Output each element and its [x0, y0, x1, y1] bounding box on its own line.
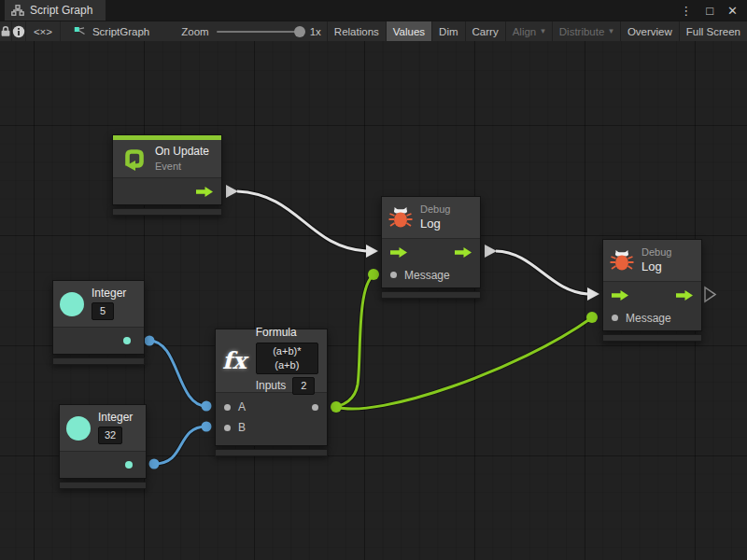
distribute-dropdown[interactable]: Distribute	[552, 21, 620, 41]
node-debug-log-1[interactable]: Debug Log	[381, 196, 481, 299]
close-icon[interactable]: ✕	[727, 5, 738, 17]
node-on-update-event[interactable]: On Update Event	[112, 134, 222, 216]
flow-input-port[interactable]	[612, 290, 628, 301]
message-input-port[interactable]	[390, 272, 397, 278]
node-integer-32[interactable]: Integer 32	[59, 404, 147, 489]
bug-icon	[388, 206, 413, 229]
inputs-count-field[interactable]: 2	[292, 377, 315, 395]
formula-input-a-port[interactable]	[224, 404, 231, 411]
integer-type-icon	[60, 292, 84, 316]
node-title: Formula	[256, 327, 318, 340]
port-label-message: Message	[626, 312, 671, 325]
connection-log1-to-log2[interactable]	[485, 245, 599, 301]
graph-hierarchy-icon	[11, 5, 24, 16]
flow-output-port[interactable]	[196, 187, 213, 197]
node-footer	[59, 482, 147, 489]
zoom-value: 1x	[310, 26, 321, 37]
integer-value-field[interactable]: 32	[98, 427, 122, 444]
connection-formula-to-log1-message[interactable]	[336, 269, 379, 407]
zoom-slider[interactable]	[217, 31, 303, 33]
flow-output-port[interactable]	[455, 247, 472, 258]
formula-output-port[interactable]	[312, 404, 318, 411]
connection-integer5-to-formula-a[interactable]	[145, 336, 212, 412]
unconnected-port-triangle	[705, 287, 715, 301]
tab-title: Script Graph	[30, 4, 92, 17]
zoom-label: Zoom	[181, 26, 208, 37]
node-title: Integer	[92, 287, 126, 301]
maximize-icon[interactable]: □	[706, 5, 713, 17]
flow-output-port[interactable]	[676, 290, 693, 301]
lock-button[interactable]	[0, 21, 12, 41]
port-label-b: B	[238, 421, 246, 434]
connection-formula-to-log2-message[interactable]	[331, 312, 598, 413]
formula-expression-field[interactable]: (a+b)*(a+b)	[256, 343, 318, 374]
toolbar-buttons: Relations Values Dim Carry Align Distrib…	[327, 21, 747, 41]
info-icon	[12, 25, 25, 38]
node-title: Integer	[98, 412, 133, 425]
formula-icon: fx	[222, 349, 248, 372]
flow-input-port[interactable]	[390, 247, 407, 258]
node-footer	[112, 208, 222, 216]
node-footer	[381, 291, 481, 299]
node-title: Log	[420, 217, 450, 231]
code-icon: <×>	[34, 26, 52, 37]
node-formula[interactable]: fx Formula (a+b)*(a+b) Inputs 2 A	[215, 329, 328, 456]
relations-button[interactable]: Relations	[327, 21, 386, 41]
align-dropdown[interactable]: Align	[505, 21, 552, 41]
dim-button[interactable]: Dim	[431, 21, 464, 41]
values-button[interactable]: Values	[386, 21, 431, 41]
integer-value-field[interactable]: 5	[92, 302, 114, 320]
integer-type-icon	[66, 416, 91, 441]
formula-input-b-port[interactable]	[224, 425, 231, 431]
full-screen-button[interactable]: Full Screen	[679, 21, 747, 41]
script-graph-window: Script Graph ⋮ □ ✕ <×>	[0, 0, 747, 560]
menu-icon[interactable]: ⋮	[680, 5, 692, 17]
node-title: On Update	[155, 146, 209, 159]
connection-onupdate-to-log1[interactable]	[226, 185, 378, 258]
script-graph-icon	[74, 26, 87, 37]
node-footer	[215, 449, 328, 456]
info-button[interactable]	[12, 21, 26, 41]
graph-name: ScriptGraph	[92, 26, 149, 37]
zoom-control: Zoom 1x	[159, 21, 327, 41]
port-label-message: Message	[404, 269, 450, 282]
graph-toolbar: <×> ScriptGraph Zoom 1x Relations Values…	[0, 21, 747, 41]
tab-bar: Script Graph ⋮ □ ✕	[0, 0, 747, 21]
tab-script-graph[interactable]: Script Graph	[5, 0, 106, 21]
graph-reference[interactable]: ScriptGraph	[61, 21, 159, 41]
node-integer-5[interactable]: Integer 5	[52, 280, 145, 365]
lock-icon	[0, 25, 11, 37]
integer-output-port[interactable]	[125, 461, 133, 469]
message-input-port[interactable]	[612, 315, 618, 321]
overview-button[interactable]: Overview	[620, 21, 679, 41]
loop-event-icon	[120, 146, 148, 173]
node-footer	[602, 334, 702, 342]
connection-integer32-to-formula-b[interactable]	[149, 422, 212, 469]
zoom-slider-handle[interactable]	[294, 26, 305, 37]
bug-icon	[610, 249, 634, 272]
code-view-button[interactable]: <×>	[26, 21, 61, 41]
integer-output-port[interactable]	[123, 337, 131, 344]
node-category: Debug	[641, 246, 671, 258]
inputs-label: Inputs	[256, 379, 287, 392]
window-controls: ⋮ □ ✕	[680, 0, 747, 21]
node-title: Log	[641, 260, 671, 274]
graph-canvas[interactable]: On Update Event	[0, 41, 747, 560]
carry-button[interactable]: Carry	[465, 21, 505, 41]
port-label-a: A	[238, 400, 246, 413]
node-subtitle: Event	[155, 161, 209, 172]
node-debug-log-2[interactable]: Debug Log	[602, 239, 702, 342]
node-footer	[52, 357, 145, 365]
node-category: Debug	[420, 203, 450, 215]
